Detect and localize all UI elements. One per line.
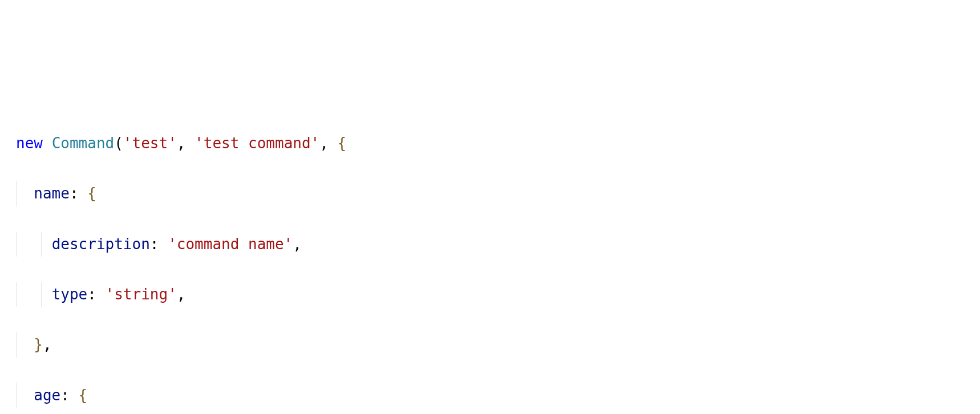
type-command: Command xyxy=(52,135,115,152)
punc-comma: , xyxy=(43,336,52,353)
string-literal: 'test command' xyxy=(195,135,319,152)
code-line[interactable]: }, xyxy=(16,332,980,357)
keyword-new: new xyxy=(16,135,43,152)
string-literal: 'command name' xyxy=(168,236,293,253)
punc-comma: , xyxy=(177,286,186,303)
prop-type: type xyxy=(52,286,88,303)
punc-brace-open: { xyxy=(338,135,347,152)
code-line[interactable]: description: 'command name', xyxy=(16,232,980,257)
punc-brace-close: } xyxy=(34,336,43,353)
punc-colon: : xyxy=(150,236,168,253)
code-line[interactable]: type: 'string', xyxy=(16,282,980,307)
punc-colon: : xyxy=(70,185,87,202)
punc-comma: , xyxy=(319,135,337,152)
prop-name: name xyxy=(34,185,70,202)
code-line[interactable]: age: { xyxy=(16,383,980,408)
string-literal: 'test' xyxy=(123,135,177,152)
string-literal: 'string' xyxy=(106,286,177,303)
punc-comma: , xyxy=(177,135,195,152)
punc-brace-open: { xyxy=(87,185,96,202)
code-line[interactable]: new Command('test', 'test command', { xyxy=(16,131,980,156)
punc-colon: : xyxy=(87,286,105,303)
prop-description: description xyxy=(52,236,150,253)
punc-comma: , xyxy=(293,236,302,253)
prop-age: age xyxy=(34,387,60,404)
punc-brace-open: { xyxy=(79,387,88,404)
punc-colon: : xyxy=(60,387,78,404)
code-line[interactable]: name: { xyxy=(16,181,980,206)
punc-lparen: ( xyxy=(114,135,123,152)
code-editor[interactable]: new Command('test', 'test command', { na… xyxy=(0,105,980,414)
